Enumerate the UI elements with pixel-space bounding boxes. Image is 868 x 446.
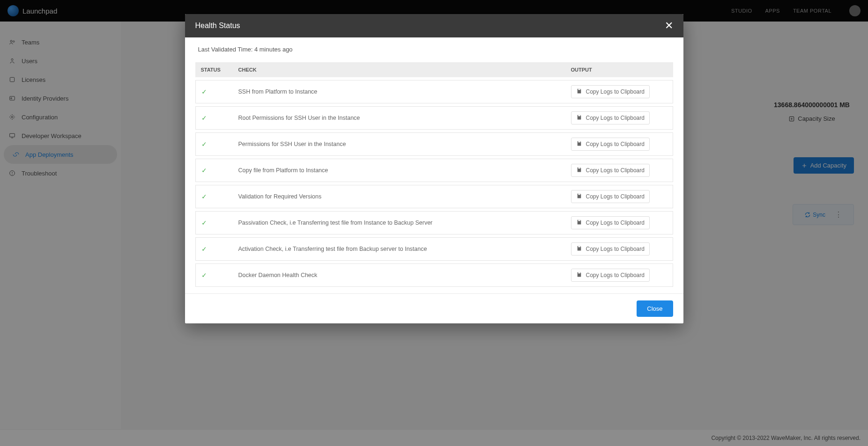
copy-logs-label: Copy Logs to Clipboard	[586, 141, 645, 147]
copy-logs-button[interactable]: Copy Logs to Clipboard	[571, 85, 650, 98]
table-header: STATUS CHECK OUTPUT	[195, 62, 673, 77]
copy-logs-label: Copy Logs to Clipboard	[586, 167, 645, 174]
copy-logs-button[interactable]: Copy Logs to Clipboard	[571, 164, 650, 177]
copy-logs-label: Copy Logs to Clipboard	[586, 272, 645, 278]
table-row: ✓Root Permissions for SSH User in the In…	[195, 106, 673, 130]
copy-logs-button[interactable]: Copy Logs to Clipboard	[571, 138, 650, 151]
modal-overlay[interactable]: Health Status ✕ Last Validated Time: 4 m…	[0, 0, 868, 446]
check-description: Copy file from Platform to Instance	[233, 159, 565, 182]
col-check: CHECK	[233, 62, 565, 77]
save-icon	[576, 114, 582, 122]
check-icon: ✓	[201, 114, 207, 122]
table-row: ✓Validation for Required VersionsCopy Lo…	[195, 185, 673, 208]
save-icon	[576, 245, 582, 253]
copy-logs-label: Copy Logs to Clipboard	[586, 88, 645, 95]
table-row: ✓Permissions for SSH User in the Instanc…	[195, 132, 673, 156]
check-icon: ✓	[201, 193, 207, 200]
check-icon: ✓	[201, 245, 207, 253]
copy-logs-button[interactable]: Copy Logs to Clipboard	[571, 216, 650, 229]
check-icon: ✓	[201, 140, 207, 148]
check-icon: ✓	[201, 219, 207, 227]
modal-header: Health Status ✕	[185, 14, 683, 37]
check-icon: ✓	[201, 167, 207, 174]
modal-title: Health Status	[195, 22, 240, 30]
save-icon	[576, 271, 582, 279]
modal-footer: Close	[185, 293, 683, 323]
health-status-table: STATUS CHECK OUTPUT ✓SSH from Platform t…	[195, 59, 673, 290]
col-status: STATUS	[195, 62, 233, 77]
table-row: ✓SSH from Platform to InstanceCopy Logs …	[195, 80, 673, 103]
check-description: SSH from Platform to Instance	[233, 80, 565, 103]
check-description: Docker Daemon Health Check	[233, 263, 565, 287]
check-description: Activation Check, i.e Transferring test …	[233, 237, 565, 261]
table-row: ✓Activation Check, i.e Transferring test…	[195, 237, 673, 261]
copy-logs-label: Copy Logs to Clipboard	[586, 219, 645, 226]
last-validated-time: Last Validated Time: 4 minutes ago	[195, 46, 673, 53]
health-status-modal: Health Status ✕ Last Validated Time: 4 m…	[185, 14, 683, 323]
check-description: Permissions for SSH User in the Instance	[233, 132, 565, 156]
table-row: ✓Copy file from Platform to InstanceCopy…	[195, 159, 673, 182]
close-button[interactable]: Close	[637, 300, 673, 317]
copy-logs-button[interactable]: Copy Logs to Clipboard	[571, 242, 650, 256]
copy-logs-button[interactable]: Copy Logs to Clipboard	[571, 111, 650, 124]
copy-logs-button[interactable]: Copy Logs to Clipboard	[571, 269, 650, 282]
save-icon	[576, 219, 582, 227]
check-description: Validation for Required Versions	[233, 185, 565, 208]
table-row: ✓Docker Daemon Health CheckCopy Logs to …	[195, 263, 673, 287]
copy-logs-button[interactable]: Copy Logs to Clipboard	[571, 190, 650, 203]
col-output: OUTPUT	[565, 62, 673, 77]
check-icon: ✓	[201, 271, 207, 279]
check-description: Root Permissions for SSH User in the Ins…	[233, 106, 565, 130]
save-icon	[576, 88, 582, 95]
save-icon	[576, 167, 582, 174]
modal-body: Last Validated Time: 4 minutes ago STATU…	[185, 37, 683, 293]
check-description: Passivation Check, i.e Transferring test…	[233, 211, 565, 234]
close-icon[interactable]: ✕	[665, 21, 673, 31]
copy-logs-label: Copy Logs to Clipboard	[586, 246, 645, 252]
copy-logs-label: Copy Logs to Clipboard	[586, 193, 645, 200]
check-icon: ✓	[201, 88, 207, 95]
table-row: ✓Passivation Check, i.e Transferring tes…	[195, 211, 673, 234]
save-icon	[576, 193, 582, 200]
copy-logs-label: Copy Logs to Clipboard	[586, 115, 645, 121]
save-icon	[576, 140, 582, 148]
